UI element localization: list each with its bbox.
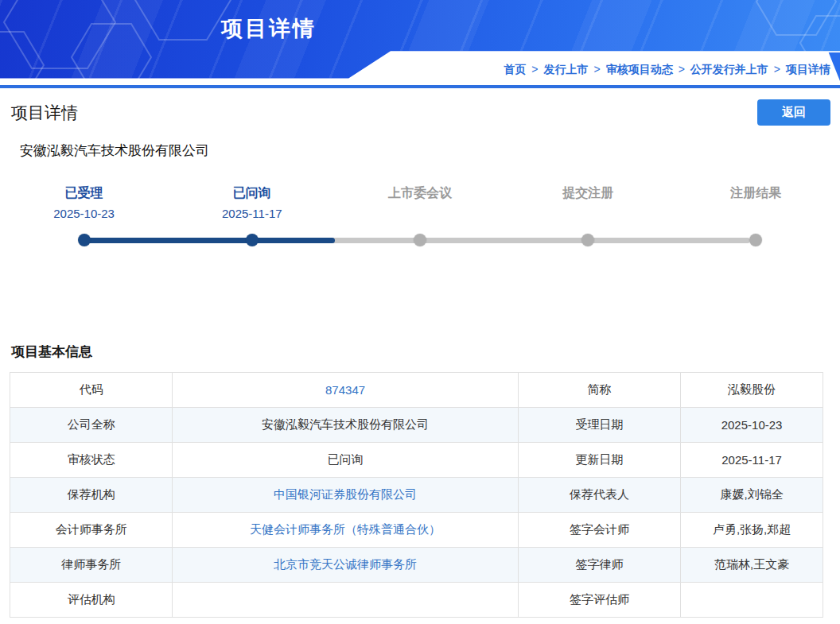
accounting-firm-link[interactable]: 天健会计师事务所（特殊普通合伙）: [250, 522, 441, 536]
step-label: 注册结果: [672, 185, 840, 202]
step-date: [336, 207, 504, 220]
breadcrumb-item-project-detail[interactable]: 项目详情: [786, 63, 830, 76]
row-value: 范瑞林,王文豪: [681, 548, 823, 583]
row-value: 天健会计师事务所（特殊普通合伙）: [173, 513, 518, 548]
title-row: 项目详情 返回: [0, 88, 840, 126]
breadcrumb-separator: >: [774, 63, 780, 76]
table-row: 代码 874347 简称 泓毅股份: [10, 373, 823, 408]
step-registration-result: 注册结果: [672, 185, 840, 220]
row-label: 代码: [10, 373, 173, 408]
step-accepted: 已受理 2025-10-23: [0, 185, 168, 220]
progress-stepper: 已受理 2025-10-23 已问询 2025-11-17 上市委会议 提交注册…: [0, 185, 840, 257]
back-button[interactable]: 返回: [757, 99, 830, 126]
step-dot: [414, 234, 426, 246]
row-value: 中国银河证券股份有限公司: [173, 478, 518, 513]
row-label: 保荐机构: [10, 478, 173, 513]
row-label: 评估机构: [10, 583, 173, 618]
row-label: 签字律师: [518, 548, 680, 583]
row-label: 简称: [518, 373, 680, 408]
row-label: 保荐代表人: [518, 478, 680, 513]
breadcrumb-separator: >: [679, 63, 685, 76]
breadcrumb-item-public-offering[interactable]: 公开发行并上市: [690, 63, 768, 76]
table-row: 评估机构 签字评估师: [10, 583, 823, 618]
page-title: 项目详情: [11, 102, 78, 124]
step-submit-registration: 提交注册: [504, 185, 672, 220]
sponsor-link[interactable]: 中国银河证券股份有限公司: [274, 487, 417, 501]
stepper-track-active: [81, 238, 335, 243]
row-label: 更新日期: [518, 443, 680, 478]
row-label: 受理日期: [518, 408, 680, 443]
step-dot: [78, 234, 91, 246]
row-value: 已问询: [173, 443, 518, 478]
step-dot: [749, 234, 762, 246]
page-header: 项目详情 首页>发行上市>审核项目动态>公开发行并上市>项目详情: [0, 0, 840, 88]
breadcrumb-item-home[interactable]: 首页: [504, 63, 526, 76]
table-row: 保荐机构 中国银河证券股份有限公司 保荐代表人 康媛,刘锦全: [10, 478, 823, 513]
breadcrumb-separator: >: [593, 63, 600, 76]
banner-title: 项目详情: [0, 14, 538, 43]
row-label: 签字会计师: [518, 513, 680, 548]
step-label: 已问询: [168, 185, 336, 202]
code-value: 874347: [325, 383, 365, 397]
step-label: 上市委会议: [336, 185, 504, 202]
section-title-basic-info: 项目基本信息: [11, 343, 840, 361]
row-label: 签字评估师: [518, 583, 680, 618]
step-label: 提交注册: [504, 185, 672, 202]
step-date: [504, 207, 672, 220]
row-label: 律师事务所: [10, 548, 173, 583]
row-value: 874347: [173, 373, 518, 408]
company-name: 安徽泓毅汽车技术股份有限公司: [0, 126, 840, 160]
step-dot: [246, 234, 259, 246]
step-date: 2025-11-17: [168, 207, 336, 220]
breadcrumb-item-listing[interactable]: 发行上市: [543, 63, 588, 76]
step-inquired: 已问询 2025-11-17: [168, 185, 336, 220]
row-value: [681, 583, 823, 618]
row-value: 安徽泓毅汽车技术股份有限公司: [173, 408, 518, 443]
step-date: 2025-10-23: [0, 207, 168, 220]
step-date: [672, 207, 840, 220]
step-dot: [581, 234, 594, 246]
row-value: 卢勇,张扬,郑超: [681, 513, 823, 548]
row-value: 北京市竞天公诚律师事务所: [173, 548, 518, 583]
breadcrumb: 首页>发行上市>审核项目动态>公开发行并上市>项目详情: [504, 63, 830, 77]
row-value: 康媛,刘锦全: [681, 478, 823, 513]
table-row: 公司全称 安徽泓毅汽车技术股份有限公司 受理日期 2025-10-23: [10, 408, 823, 443]
step-label: 已受理: [0, 185, 168, 202]
row-label: 会计师事务所: [10, 513, 173, 548]
row-label: 公司全称: [10, 408, 173, 443]
row-value: [173, 583, 518, 618]
breadcrumb-separator: >: [531, 63, 538, 76]
project-info-table: 代码 874347 简称 泓毅股份 公司全称 安徽泓毅汽车技术股份有限公司 受理…: [10, 372, 823, 618]
row-label: 审核状态: [10, 443, 173, 478]
table-row: 审核状态 已问询 更新日期 2025-11-17: [10, 443, 823, 478]
step-listing-committee: 上市委会议: [336, 185, 504, 220]
row-value: 泓毅股份: [681, 373, 823, 408]
breadcrumb-item-review-dynamics[interactable]: 审核项目动态: [606, 63, 673, 76]
table-row: 会计师事务所 天健会计师事务所（特殊普通合伙） 签字会计师 卢勇,张扬,郑超: [10, 513, 823, 548]
table-row: 律师事务所 北京市竞天公诚律师事务所 签字律师 范瑞林,王文豪: [10, 548, 823, 583]
law-firm-link[interactable]: 北京市竞天公诚律师事务所: [274, 557, 417, 571]
row-value: 2025-11-17: [681, 443, 823, 478]
row-value: 2025-10-23: [681, 408, 823, 443]
